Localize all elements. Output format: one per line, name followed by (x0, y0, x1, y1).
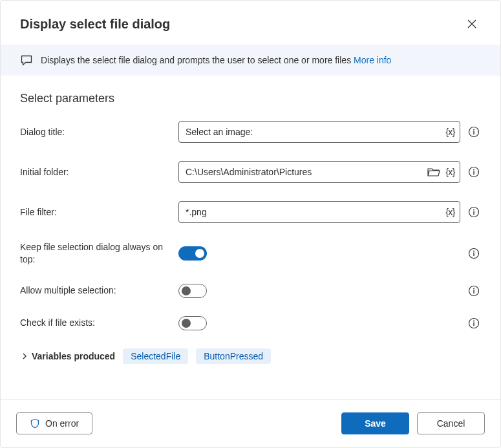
row-initial-folder: Initial folder: {x} (20, 161, 481, 183)
info-icon (468, 317, 480, 329)
row-file-filter: File filter: {x} (20, 201, 481, 223)
label-dialog-title: Dialog title: (20, 126, 172, 138)
toggle-check-exists[interactable] (178, 316, 207, 330)
info-banner: Displays the select file dialog and prom… (1, 45, 500, 76)
info-button-dialog-title[interactable] (467, 125, 481, 139)
label-check-exists: Check if file exists: (20, 317, 172, 329)
dialog-header: Display select file dialog (1, 1, 500, 45)
info-icon (468, 166, 480, 178)
svg-rect-14 (473, 290, 474, 293)
row-always-on-top: Keep file selection dialog always on top… (20, 241, 481, 266)
browse-folder-button[interactable] (427, 167, 440, 177)
variables-produced-row: Variables produced SelectedFile ButtonPr… (20, 348, 481, 364)
more-info-link[interactable]: More info (354, 55, 391, 65)
svg-point-16 (473, 320, 474, 321)
svg-point-7 (473, 209, 474, 211)
row-check-exists: Check if file exists: (20, 316, 481, 330)
variables-produced-label: Variables produced (32, 351, 115, 361)
dialog-body: Select parameters Dialog title: {x} Init… (1, 76, 500, 399)
info-icon (468, 285, 480, 297)
toggle-always-on-top[interactable] (178, 246, 207, 261)
input-initial-folder[interactable] (178, 161, 460, 183)
svg-rect-17 (473, 322, 474, 326)
svg-rect-5 (473, 171, 474, 175)
svg-rect-8 (473, 211, 474, 215)
info-button-file-filter[interactable] (467, 205, 481, 219)
cancel-button[interactable]: Cancel (417, 412, 485, 434)
row-allow-multiple: Allow multiple selection: (20, 284, 481, 298)
info-icon (468, 248, 480, 259)
svg-point-1 (473, 129, 474, 131)
variable-badge-buttonpressed[interactable]: ButtonPressed (196, 348, 271, 364)
variables-produced-toggle[interactable]: Variables produced (20, 351, 115, 361)
row-dialog-title: Dialog title: {x} (20, 121, 481, 143)
toggle-allow-multiple[interactable] (178, 284, 207, 298)
close-icon (467, 19, 476, 28)
svg-point-13 (473, 288, 474, 289)
input-dialog-title[interactable] (178, 121, 460, 143)
dialog-footer: On error Save Cancel (1, 399, 500, 447)
info-description: Displays the select file dialog and prom… (41, 55, 351, 65)
info-icon (468, 206, 480, 218)
chevron-right-icon (20, 352, 29, 361)
svg-point-10 (473, 250, 474, 251)
save-button[interactable]: Save (341, 412, 409, 434)
variable-token-button[interactable]: {x} (444, 206, 456, 219)
input-file-filter[interactable] (178, 201, 460, 223)
label-allow-multiple: Allow multiple selection: (20, 284, 172, 297)
info-button-allow-multiple[interactable] (467, 284, 481, 298)
info-button-always-on-top[interactable] (467, 246, 481, 261)
svg-point-4 (473, 169, 474, 171)
svg-rect-11 (473, 252, 474, 256)
svg-rect-2 (473, 131, 474, 135)
comment-icon (20, 54, 33, 67)
variable-token-button[interactable]: {x} (444, 125, 456, 138)
dialog-root: Display select file dialog Displays the … (0, 0, 501, 448)
close-button[interactable] (463, 15, 481, 33)
on-error-button[interactable]: On error (16, 412, 92, 434)
info-button-check-exists[interactable] (467, 316, 481, 330)
variable-badge-selectedfile[interactable]: SelectedFile (123, 348, 188, 364)
section-title: Select parameters (20, 92, 481, 105)
info-icon (468, 126, 480, 138)
shield-icon (30, 418, 40, 429)
label-always-on-top: Keep file selection dialog always on top… (20, 241, 172, 266)
info-banner-text: Displays the select file dialog and prom… (41, 55, 391, 65)
folder-icon (427, 167, 440, 177)
label-file-filter: File filter: (20, 206, 172, 219)
on-error-label: On error (45, 418, 79, 429)
label-initial-folder: Initial folder: (20, 166, 172, 178)
info-button-initial-folder[interactable] (467, 165, 481, 179)
variable-token-button[interactable]: {x} (444, 165, 456, 178)
dialog-title: Display select file dialog (20, 17, 170, 32)
